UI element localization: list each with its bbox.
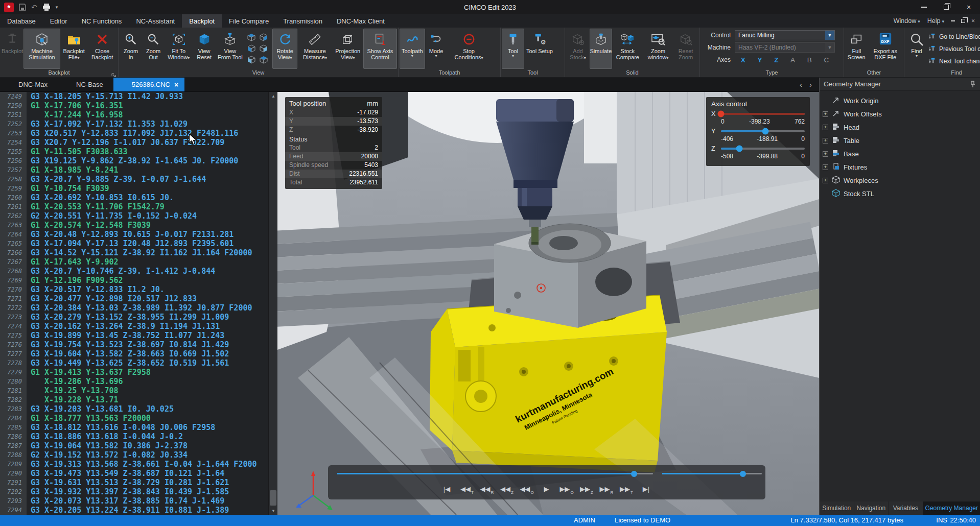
progress-slider[interactable]: [337, 473, 653, 474]
code-line[interactable]: 7288 G2 X-19.152 Y13.572 I-0.082 J0.334: [0, 450, 268, 460]
view-right-icon[interactable]: [259, 44, 268, 53]
code-line[interactable]: 7262 G2 X-20.551 Y-11.735 I-0.152 J-0.02…: [0, 211, 268, 221]
progress-handle[interactable]: [631, 471, 637, 477]
menu-item[interactable]: Editor: [43, 14, 75, 28]
code-line[interactable]: 7261 G1 X-20.553 Y-11.706 F1542.79: [0, 202, 268, 211]
expand-icon[interactable]: +: [823, 125, 828, 130]
simulation-viewport[interactable]: kurtmanufacturing.com Minneapolis, Minne…: [277, 92, 819, 515]
axis-toggle[interactable]: Y: [758, 56, 762, 64]
panel-tab[interactable]: Simulation: [820, 501, 854, 515]
code-line[interactable]: 7275 G3 X-19.899 Y-13.45 Z-38.752 I1.077…: [0, 331, 268, 340]
close-backplot-button[interactable]: Close Backplot: [87, 29, 117, 69]
tree-item[interactable]: + Work Offsets: [823, 107, 980, 121]
tab-scroll-left-icon[interactable]: ‹: [800, 80, 802, 89]
code-line[interactable]: 7286 G3 X-18.886 Y13.618 I-0.044 J-0.2: [0, 432, 268, 441]
axis-slider-handle[interactable]: [762, 128, 768, 135]
view-iso-icon[interactable]: [247, 33, 256, 42]
code-line[interactable]: 7255 G1 Y-11.505 F3038.633: [0, 147, 268, 156]
playback-button[interactable]: |◀: [439, 482, 455, 495]
playback-button[interactable]: ◀◀Z: [499, 482, 515, 495]
code-line[interactable]: 7285 G3 X-18.812 Y13.616 I-0.048 J0.006 …: [0, 423, 268, 432]
expand-icon[interactable]: +: [823, 164, 828, 170]
speed-handle[interactable]: [740, 471, 746, 477]
zoom-in-button[interactable]: Zoom In: [120, 29, 142, 69]
control-select[interactable]: Fanuc Milling▼: [735, 30, 835, 40]
customize-quick-access-icon[interactable]: ▾: [56, 5, 58, 10]
menu-item[interactable]: Database: [0, 14, 43, 28]
rotate-view-button[interactable]: Rotate View▾: [272, 29, 297, 69]
playback-button[interactable]: ◀◀O: [519, 482, 534, 495]
document-tab[interactable]: NC-Base: [58, 78, 113, 91]
code-line[interactable]: 7268 G3 X-20.7 Y-10.746 Z-39. I-1.412 J-…: [0, 267, 268, 276]
code-line[interactable]: 7291 G3 X-19.631 Y13.513 Z-38.729 I0.281…: [0, 478, 268, 487]
pin-icon[interactable]: [970, 81, 976, 88]
code-line[interactable]: 7271 G3 X-20.477 Y-12.898 I20.517 J12.83…: [0, 294, 268, 303]
tool-button[interactable]: Tool▾: [502, 29, 524, 69]
code-line[interactable]: 7287 G3 X-19.064 Y13.582 I0.386 J-2.378: [0, 441, 268, 450]
code-line[interactable]: 7279 G1 X-19.413 Y-13.637 F2958: [0, 368, 268, 377]
playback-button[interactable]: ▶: [539, 482, 554, 495]
machine-simulation-button[interactable]: Machine Simulation: [24, 29, 60, 69]
tree-item[interactable]: + Fixtures: [823, 160, 980, 174]
panel-tab[interactable]: Geometry Manager: [923, 501, 980, 515]
code-line[interactable]: 7251 X-17.244 Y-16.958: [0, 110, 268, 119]
axis-slider-track[interactable]: [721, 113, 805, 115]
view-from-tool-button[interactable]: View From Tool: [216, 29, 245, 69]
find-menu-item[interactable]: Previous Tool change: [929, 43, 980, 55]
code-line[interactable]: 7277 G3 X-19.604 Y-13.582 Z-38.663 I0.66…: [0, 349, 268, 358]
doc-restore-button[interactable]: [959, 19, 967, 23]
view-top-icon[interactable]: [259, 33, 268, 42]
axis-toggle[interactable]: Z: [774, 56, 778, 64]
tree-item[interactable]: + Base: [823, 147, 980, 160]
code-line[interactable]: 7274 G3 X-20.162 Y-13.264 Z-38.9 I1.194 …: [0, 322, 268, 331]
expand-icon[interactable]: +: [823, 151, 828, 157]
print-icon[interactable]: [42, 4, 51, 11]
simulate-button[interactable]: Simulate: [590, 29, 612, 69]
code-line[interactable]: 7267 G1 X-17.643 Y-9.902: [0, 257, 268, 267]
expand-icon[interactable]: +: [823, 138, 828, 144]
code-line[interactable]: 7260 G3 X-20.692 Y-10.853 I0.615 J0.: [0, 193, 268, 202]
playback-button[interactable]: ▶▶T: [619, 482, 634, 495]
scroll-down-icon[interactable]: ▼: [269, 507, 278, 515]
axis-toggle[interactable]: C: [824, 56, 829, 64]
code-line[interactable]: 7253 G3 X20.517 Y-12.833 I17.092 J17.132…: [0, 129, 268, 138]
tool-setup-button[interactable]: ⚙ Tool Setup: [524, 29, 555, 69]
scrollbar-thumb[interactable]: [270, 490, 276, 506]
editor-vertical-scrollbar[interactable]: ▲ ▼: [268, 92, 277, 515]
axis-slider-track[interactable]: [721, 130, 805, 132]
code-line[interactable]: 7276 G3 X-19.754 Y-13.523 Z-38.697 I0.81…: [0, 340, 268, 349]
code-line[interactable]: 7280 X-19.286 Y-13.696: [0, 377, 268, 386]
backplot-file-button[interactable]: Backplot File▾: [60, 29, 87, 69]
zoom-out-button[interactable]: Zoom Out: [142, 29, 165, 69]
axis-toggle[interactable]: B: [807, 56, 812, 64]
code-line[interactable]: 7273 G3 X-20.279 Y-13.152 Z-38.955 I1.29…: [0, 313, 268, 322]
expand-icon[interactable]: +: [823, 111, 828, 117]
code-line[interactable]: 7259 G1 Y-10.754 F3039: [0, 184, 268, 193]
document-tab[interactable]: DNC-Max: [0, 78, 58, 91]
show-axis-control-button[interactable]: Show Axis Control: [363, 29, 397, 69]
find-menu-item[interactable]: Go to Line/Block Number: [929, 31, 980, 42]
playback-button[interactable]: ▶▶Z: [579, 482, 594, 495]
playback-button[interactable]: ◀◀T: [459, 482, 475, 495]
code-line[interactable]: 7294 G3 X-20.205 Y13.224 Z-38.911 I0.881…: [0, 506, 268, 515]
code-line[interactable]: 7249 G3 X-18.205 Y-15.713 I1.42 J0.933: [0, 92, 268, 101]
code-line[interactable]: 7282 X-19.228 Y-13.71: [0, 395, 268, 404]
view-back-icon[interactable]: [259, 55, 268, 64]
code-line[interactable]: 7250 G1 X-17.706 Y-16.351: [0, 101, 268, 110]
menu-item[interactable]: File Compare: [222, 14, 276, 28]
projection-view-button[interactable]: Projection View▾: [333, 29, 363, 69]
view-front-icon[interactable]: [247, 44, 256, 53]
close-tab-icon[interactable]: ×: [174, 81, 178, 89]
playback-button[interactable]: ▶▶O: [559, 482, 574, 495]
tree-item[interactable]: + Table: [823, 134, 980, 147]
tree-item[interactable]: + Head: [823, 121, 980, 134]
code-line[interactable]: 7270 G3 X-20.517 Y-12.833 I1.2 J0.: [0, 285, 268, 294]
axis-slider-track[interactable]: [721, 148, 805, 150]
code-line[interactable]: 7257 G1 X-18.985 Y-8.241: [0, 165, 268, 175]
view-reset-button[interactable]: View Reset: [193, 29, 216, 69]
code-lines[interactable]: 7249 G3 X-18.205 Y-15.713 I1.42 J0.933 7…: [0, 92, 268, 515]
code-line[interactable]: 7272 G3 X-20.384 Y-13.03 Z-38.989 I1.392…: [0, 303, 268, 313]
fit-to-window-button[interactable]: Fit To Window▾: [165, 29, 193, 69]
code-line[interactable]: 7292 G3 X-19.932 Y13.397 Z-38.843 I0.439…: [0, 487, 268, 496]
axis-slider-handle[interactable]: [736, 146, 743, 152]
